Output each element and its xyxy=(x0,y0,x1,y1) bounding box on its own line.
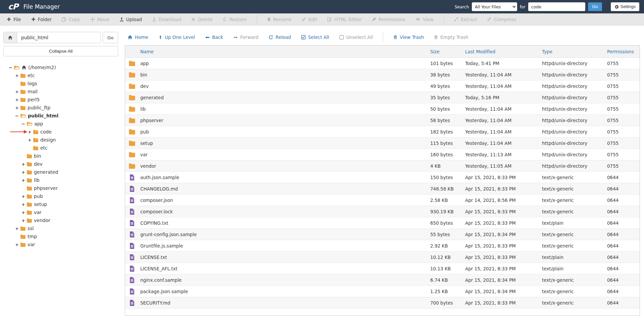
nav-reload-button[interactable]: Reload xyxy=(268,35,291,40)
collapse-all-button[interactable]: Collapse All xyxy=(3,46,118,56)
table-row[interactable]: composer.lock930.19 KBApr 15, 2021, 8:33… xyxy=(125,206,640,217)
tree-expander[interactable]: + xyxy=(21,170,27,175)
tree-expander[interactable]: + xyxy=(21,218,27,223)
tree-expander[interactable]: + xyxy=(28,129,33,134)
table-row[interactable]: app101 bytesToday, 5:41 PMhttpd/unix-dir… xyxy=(125,58,640,69)
tree-item-var[interactable]: +var xyxy=(0,208,125,216)
table-row[interactable]: nginx.conf.sample6.74 KBApr 15, 2021, 8:… xyxy=(125,274,640,286)
file-size: 650 bytes xyxy=(430,220,465,226)
tree-expander[interactable]: + xyxy=(21,194,27,199)
toolbar-upload-button[interactable]: Upload xyxy=(119,17,142,22)
settings-button[interactable]: Settings xyxy=(611,2,639,11)
tree-item-setup[interactable]: +setup xyxy=(0,200,125,208)
tree-item-logs[interactable]: logs xyxy=(0,79,125,88)
tree-expander[interactable]: + xyxy=(21,210,27,215)
file-permissions: 0755 xyxy=(607,152,640,157)
tree-item-vendor[interactable]: +vendor xyxy=(0,216,125,224)
tree-item-etc[interactable]: etc xyxy=(0,144,125,152)
tree-item-app[interactable]: −app xyxy=(0,120,125,128)
nav-back-button[interactable]: Back xyxy=(205,35,223,40)
file-modified: Apr 15, 2021, 8:33 PM xyxy=(465,220,542,226)
tree-expander[interactable]: − xyxy=(21,121,27,126)
table-row[interactable]: package.json.sample1.25 KBApr 15, 2021, … xyxy=(125,286,640,297)
tree-expander[interactable]: + xyxy=(21,162,27,167)
tree-item-pub[interactable]: +pub xyxy=(0,192,125,200)
file-size: 930.19 KB xyxy=(430,209,465,214)
tree-item-public-ftp[interactable]: +public_ftp xyxy=(0,104,125,112)
tree-item-etc[interactable]: +etc xyxy=(0,71,125,79)
file-name: grunt-config.json.sample xyxy=(140,232,197,237)
column-header-permissions[interactable]: Permissions xyxy=(607,49,640,54)
folder-icon xyxy=(27,194,32,199)
table-row[interactable]: COPYING.txt650 bytesApr 15, 2021, 8:33 P… xyxy=(125,217,640,229)
tree-expander[interactable]: + xyxy=(15,97,20,102)
table-row[interactable]: phpserver58 bytesYesterday, 11:04 AMhttp… xyxy=(125,115,640,126)
table-row[interactable]: SECURITY.md700 bytesApr 15, 2021, 8:33 P… xyxy=(125,297,640,309)
table-row[interactable]: dev49 bytesYesterday, 11:04 AMhttpd/unix… xyxy=(125,80,640,92)
tree-expander[interactable]: − xyxy=(15,113,20,118)
tree-expander[interactable]: − xyxy=(9,65,14,70)
tree-item-ssl[interactable]: +ssl xyxy=(0,224,125,232)
table-row[interactable]: auth.json.sample150 bytesApr 15, 2021, 8… xyxy=(125,172,640,183)
file-size: 700 bytes xyxy=(430,300,465,306)
tree-item-lib[interactable]: +lib xyxy=(0,176,125,184)
nav-home-button[interactable]: Home xyxy=(128,35,148,40)
table-row[interactable]: vendor4 KBYesterday, 11:05 AMhttpd/unix-… xyxy=(125,160,640,172)
search-label: Search xyxy=(455,4,469,9)
tree-expander[interactable]: + xyxy=(15,242,20,247)
tree-item-mail[interactable]: +mail xyxy=(0,88,125,96)
toolbar-file-button[interactable]: File xyxy=(7,17,21,22)
tree-expander[interactable]: + xyxy=(28,138,33,143)
column-header-size[interactable]: Size xyxy=(430,49,465,54)
search-scope-select[interactable]: All Your Files xyxy=(472,2,517,11)
nav-view-trash-button[interactable]: View Trash xyxy=(393,35,424,40)
tree-item-phpserver[interactable]: phpserver xyxy=(0,184,125,192)
file-type: httpd/unix-directory xyxy=(542,95,607,100)
toolbar-divider xyxy=(444,15,444,23)
toolbar-restore-button: Restore xyxy=(223,17,247,22)
tree-expander[interactable]: + xyxy=(15,226,20,231)
tree-expander[interactable]: + xyxy=(15,73,20,78)
tree-expander[interactable]: + xyxy=(15,89,20,94)
tree-item-dev[interactable]: +dev xyxy=(0,160,125,168)
tree-expander[interactable]: + xyxy=(21,202,27,207)
folder-icon xyxy=(20,226,26,231)
file-name: pub xyxy=(140,129,149,134)
table-row[interactable]: lib50 bytesYesterday, 11:04 AMhttpd/unix… xyxy=(125,103,640,115)
column-header-last-modified[interactable]: Last Modified xyxy=(465,49,542,54)
tree-item-design[interactable]: +design xyxy=(0,136,125,144)
table-row[interactable]: var160 bytesYesterday, 11:13 AMhttpd/uni… xyxy=(125,149,640,160)
table-row[interactable]: grunt-config.json.sample55 bytesApr 15, … xyxy=(125,229,640,240)
table-row[interactable]: LICENSE_AFL.txt10.13 KBApr 15, 2021, 8:3… xyxy=(125,263,640,274)
tree-item-bin[interactable]: bin xyxy=(0,152,125,160)
tree-item-var[interactable]: +var xyxy=(0,240,125,249)
tree-expander[interactable]: + xyxy=(15,105,20,110)
path-go-button[interactable]: Go xyxy=(103,32,118,43)
table-row[interactable]: pub182 bytesYesterday, 11:04 AMhttpd/uni… xyxy=(125,126,640,138)
nav-up-one-level-button[interactable]: Up One Level xyxy=(158,35,195,40)
column-header-type[interactable]: Type xyxy=(542,49,607,54)
table-row[interactable]: Gruntfile.js.sample2.92 KBApr 15, 2021, … xyxy=(125,240,640,252)
table-row[interactable]: setup115 bytesYesterday, 11:04 AMhttpd/u… xyxy=(125,138,640,149)
toolbar-view-button: View xyxy=(415,17,434,22)
tree-item-generated[interactable]: +generated xyxy=(0,168,125,176)
search-input[interactable] xyxy=(528,2,585,11)
tree-item-perl5[interactable]: +perl5 xyxy=(0,96,125,104)
nav-select-all-button[interactable]: Select All xyxy=(301,35,329,40)
toolbar-folder-button[interactable]: Folder xyxy=(31,17,52,22)
search-go-button[interactable]: Go xyxy=(588,2,602,11)
tree-item-tmp[interactable]: tmp xyxy=(0,232,125,240)
file-modified: Apr 14, 2021, 8:56 PM xyxy=(465,198,542,203)
table-row[interactable]: CHANGELOG.md748.58 KBApr 15, 2021, 8:33 … xyxy=(125,183,640,195)
tree-expander[interactable]: + xyxy=(21,178,27,183)
tree-item-home-m2[interactable]: −(/home/m2) xyxy=(0,63,125,71)
tree-item-code[interactable]: +code xyxy=(0,128,125,136)
path-input[interactable] xyxy=(17,32,100,43)
tree-item-public-html[interactable]: −public_html xyxy=(0,112,125,120)
column-header-name[interactable]: Name xyxy=(125,49,430,54)
file-icon xyxy=(129,300,136,306)
table-row[interactable]: generated35 bytesToday, 5:16 PMhttpd/uni… xyxy=(125,92,640,103)
table-row[interactable]: LICENSE.txt10.12 KBApr 15, 2021, 8:33 PM… xyxy=(125,252,640,263)
table-row[interactable]: composer.json2.58 KBApr 14, 2021, 8:56 P… xyxy=(125,195,640,206)
table-row[interactable]: bin38 bytesYesterday, 11:04 AMhttpd/unix… xyxy=(125,69,640,80)
